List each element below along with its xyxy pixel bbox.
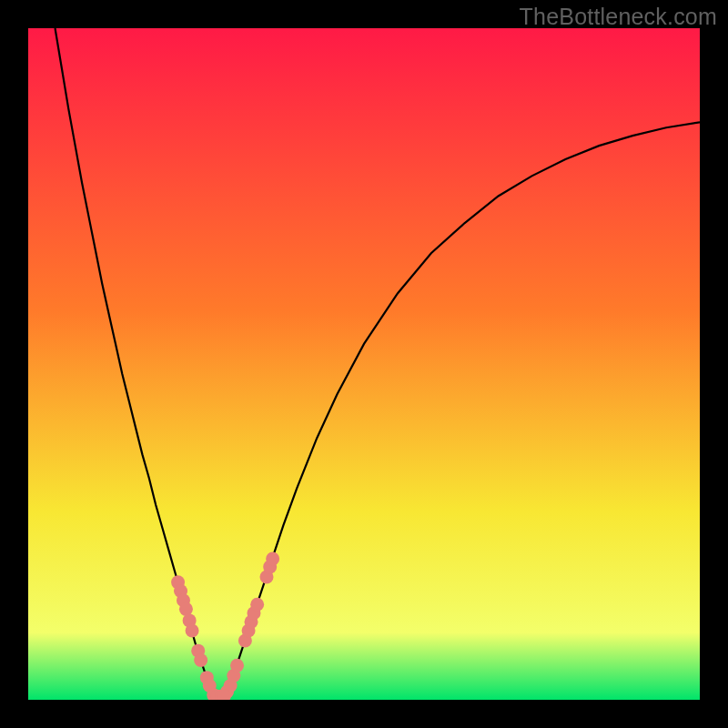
gradient-background bbox=[28, 28, 700, 700]
curve-dot bbox=[250, 598, 264, 612]
watermark-text: TheBottleneck.com bbox=[520, 4, 717, 30]
curve-dot bbox=[186, 623, 199, 637]
curve-dots-bottom bbox=[207, 688, 231, 700]
curve-dot bbox=[194, 653, 207, 667]
chart-frame: TheBottleneck.com bbox=[0, 0, 728, 728]
bottleneck-chart bbox=[28, 28, 700, 700]
curve-dot bbox=[230, 659, 244, 672]
curve-dot bbox=[266, 552, 279, 566]
